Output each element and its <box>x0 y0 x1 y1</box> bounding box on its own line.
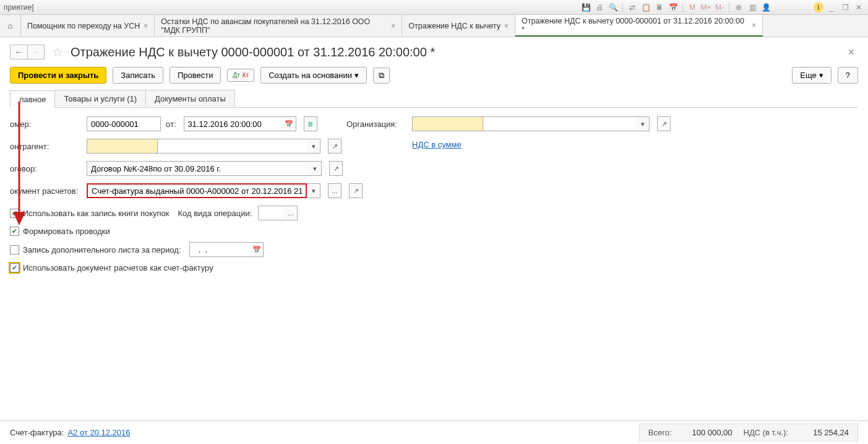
checkbox-postings[interactable]: ✔ <box>10 227 19 236</box>
tab-usn-helper[interactable]: Помощник по переходу на УСН × <box>21 15 155 37</box>
restore-icon[interactable]: ❐ <box>840 2 851 13</box>
select-dialog-icon[interactable]: … <box>328 183 342 198</box>
tabbar: ⌂ Помощник по переходу на УСН × Остатки … <box>0 15 868 37</box>
cb-label: Запись дополнительного листа за период: <box>23 245 181 255</box>
page-title: Отражение НДС к вычету 0000-000001 от 31… <box>71 45 839 59</box>
mem-m-icon[interactable]: M <box>687 2 698 13</box>
calc-icon[interactable]: 🖩 <box>654 2 665 13</box>
subtab-goods[interactable]: Товары и услуги (1) <box>54 90 146 107</box>
row-cb-addsheet: Запись дополнительного листа за период: … <box>10 242 858 257</box>
row-cb-use-settlement-as-invoice: ✔ Использовать документ расчетов как сче… <box>10 263 858 272</box>
tab-vat-deduction-list[interactable]: Отражение НДС к вычету × <box>402 15 515 37</box>
dropdown-icon[interactable]: ▾ <box>636 116 650 131</box>
close-icon[interactable]: × <box>391 22 395 30</box>
row-settlement-doc: окумент расчетов: ▾ … ↗ <box>10 183 858 198</box>
titlebar-icons: 💾 🖨 🔍 ⇄ 📋 🖩 📅 M M+ M- ⊕ ▥ 👤 i _ ❐ ✕ <box>580 2 864 13</box>
tab-vat-deduction-doc[interactable]: Отражение НДС к вычету 0000-000001 от 31… <box>515 15 763 37</box>
separator <box>729 2 729 12</box>
info-icon[interactable]: i <box>814 2 823 12</box>
post-and-close-button[interactable]: Провести и закрыть <box>10 67 106 84</box>
home-tab[interactable]: ⌂ <box>0 15 21 37</box>
dt-label: Дт <box>233 72 239 79</box>
compare-icon[interactable]: ⇄ <box>627 2 638 13</box>
settlement-doc-input[interactable] <box>87 183 307 198</box>
calendar-icon[interactable]: 📅 <box>283 116 296 131</box>
row-cb-postings: ✔ Формировать проводки <box>10 227 858 236</box>
checkbox-addsheet[interactable] <box>10 245 19 255</box>
number-label: омер: <box>10 120 82 129</box>
checkbox-use-settlement-as-invoice[interactable]: ✔ <box>10 263 19 272</box>
print-icon[interactable]: 🖨 <box>594 2 605 13</box>
row-cb-purchase-book: ✔ Использовать как запись книги покупок … <box>10 206 858 220</box>
forward-button[interactable]: → <box>27 45 45 59</box>
org-label: Организация: <box>346 120 407 129</box>
page-close-icon[interactable]: × <box>844 46 858 59</box>
invoice-link[interactable]: А2 от 20.12.2016 <box>67 428 130 437</box>
mem-mplus-icon[interactable]: M+ <box>700 2 711 13</box>
org-input[interactable] <box>483 116 636 131</box>
zoom-in-icon[interactable]: ⊕ <box>733 2 744 13</box>
close-icon[interactable]: × <box>144 22 148 30</box>
minimize-icon[interactable]: _ <box>826 2 837 13</box>
footer-left: Счет-фактура: А2 от 20.12.2016 <box>10 428 639 437</box>
vat-label: НДС (в т.ч.): <box>744 428 789 437</box>
checkbox-purchase-book[interactable]: ✔ <box>10 209 19 218</box>
open-ref-icon[interactable]: ↗ <box>349 183 363 198</box>
save-button[interactable]: Записать <box>113 67 163 84</box>
more-button[interactable]: Еще ▾ <box>792 67 831 84</box>
tab-label: Отражение НДС к вычету 0000-000001 от 31… <box>522 17 748 34</box>
tab-vat-advances[interactable]: Остатки НДС по авансам покупателей на 31… <box>155 15 402 37</box>
subtab-main[interactable]: лавное <box>10 90 55 108</box>
open-ref-icon[interactable]: ↗ <box>329 161 343 176</box>
nav-buttons: ← → <box>10 45 45 59</box>
select-dialog-icon[interactable]: … <box>284 206 298 220</box>
chevron-down-icon: ▾ <box>355 71 359 80</box>
period-input[interactable] <box>189 242 250 257</box>
open-ref-icon[interactable]: ↗ <box>657 116 671 131</box>
org-highlight <box>412 116 483 131</box>
opcode-input[interactable] <box>258 206 284 220</box>
post-button[interactable]: Провести <box>170 67 221 84</box>
home-icon: ⌂ <box>8 21 13 30</box>
mem-mminus-icon[interactable]: M- <box>714 2 725 13</box>
more-label: Еще <box>800 71 816 80</box>
close-window-icon[interactable]: ✕ <box>853 2 864 13</box>
structure-button[interactable]: ⧉ <box>373 67 390 84</box>
period-group: 📅 <box>189 242 264 257</box>
dropdown-icon[interactable]: ▾ <box>307 139 320 154</box>
user-icon[interactable]: 👤 <box>760 2 771 13</box>
save-icon[interactable]: 💾 <box>580 2 591 13</box>
dtkt-button[interactable]: ДтКт <box>227 69 254 82</box>
copy-icon[interactable]: 📋 <box>640 2 651 13</box>
dropdown-icon[interactable]: ▾ <box>308 161 322 176</box>
calendar-icon[interactable]: 📅 <box>250 242 264 257</box>
right-column: Организация: ▾ ↗ НДС в сумме <box>346 116 671 158</box>
list-open-icon[interactable]: ≣ <box>304 116 317 131</box>
preview-icon[interactable]: 🔍 <box>608 2 619 13</box>
create-based-label: Создать на основании <box>269 71 352 80</box>
dropdown-icon[interactable]: ▾ <box>307 183 320 198</box>
settlement-doc-group: ▾ <box>87 183 320 198</box>
subtab-paydocs[interactable]: Документы оплаты <box>145 90 235 107</box>
org-group: ▾ <box>412 116 650 131</box>
open-ref-icon[interactable]: ↗ <box>328 139 342 154</box>
layout-icon[interactable]: ▥ <box>747 2 758 13</box>
favorite-star-icon[interactable]: ☆ <box>52 45 63 59</box>
contract-input[interactable] <box>87 161 308 176</box>
number-input[interactable] <box>87 116 161 131</box>
vat-mode-link[interactable]: НДС в сумме <box>412 140 462 149</box>
settlement-doc-label: окумент расчетов: <box>10 186 82 196</box>
counterparty-input[interactable] <box>158 139 307 154</box>
subtabs: лавное Товары и услуги (1) Документы опл… <box>10 90 858 108</box>
calendar-icon[interactable]: 📅 <box>668 2 679 13</box>
counterparty-group: ▾ <box>87 139 320 154</box>
close-icon[interactable]: × <box>504 22 509 30</box>
vat-value: 15 254,24 <box>799 428 849 437</box>
back-button[interactable]: ← <box>10 45 27 59</box>
tab-label: Остатки НДС по авансам покупателей на 31… <box>161 17 387 35</box>
date-input[interactable] <box>184 116 283 131</box>
opcode-group: … <box>258 206 298 220</box>
help-button[interactable]: ? <box>838 67 858 84</box>
create-based-button[interactable]: Создать на основании ▾ <box>260 67 367 84</box>
close-icon[interactable]: × <box>752 21 756 30</box>
